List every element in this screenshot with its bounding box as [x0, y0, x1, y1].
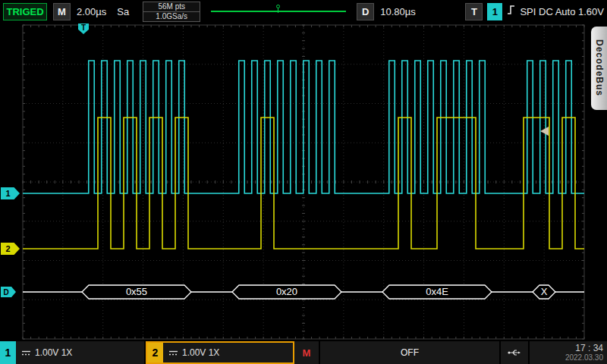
oscilloscope-screen: TRIGED M 2.00µs Sa 56M pts 1.0GSa/s D 10…	[0, 0, 607, 364]
channel1-scale: 1.00V 1X	[35, 347, 72, 358]
dc-coupling-icon	[21, 350, 31, 356]
waveform-display: 0x550x200x4EX	[0, 23, 607, 341]
decode-bubble-label: 0x4E	[426, 286, 448, 297]
top-status-bar: TRIGED M 2.00µs Sa 56M pts 1.0GSa/s D 10…	[0, 0, 607, 23]
memory-position-bar[interactable]	[211, 11, 346, 12]
timebase-value: 2.00µs	[77, 6, 106, 17]
trigger-menu-button[interactable]: T	[465, 3, 483, 20]
decode-bus-tab-label: DecodeBus	[594, 39, 605, 96]
date-value: 2022.03.30	[565, 353, 603, 362]
acquire-mode-label: Sa	[117, 6, 129, 17]
delay-value: 10.80µs	[380, 6, 416, 17]
channel1-badge: 1	[0, 341, 16, 364]
ch1-clock-trace	[23, 61, 584, 193]
rising-edge-icon	[507, 4, 515, 19]
channel1-status[interactable]: 1 1.00V 1X	[0, 341, 146, 364]
math-channel-button[interactable]: M	[294, 341, 320, 364]
decode-bus-tab[interactable]: DecodeBus	[591, 27, 607, 110]
channel2-badge: 2	[147, 343, 163, 362]
horizontal-menu-button[interactable]: M	[53, 3, 71, 20]
usb-icon	[501, 341, 530, 364]
memory-depth: 56M pts	[143, 2, 200, 12]
trigger-position-pin	[276, 5, 280, 8]
channel2-scale: 1.00V 1X	[182, 347, 219, 358]
decode-bubble-label: X	[541, 286, 548, 297]
trigger-info: SPI DC Auto 1.60V	[520, 6, 604, 17]
channel2-status-selected[interactable]: 2 1.00V 1X	[146, 341, 294, 364]
decode-bubble-label: 0x20	[276, 286, 297, 297]
bottom-status-bar: 1 1.00V 1X 2 1.00V 1X M OFF 17 : 34	[0, 341, 607, 364]
status-field: OFF	[320, 341, 501, 364]
time-value: 17 : 34	[575, 344, 603, 353]
sample-rate: 1.0GSa/s	[143, 12, 200, 21]
dc-coupling-icon	[168, 350, 178, 356]
trigger-source-badge: 1	[487, 3, 502, 20]
decode-bubble-label: 0x55	[126, 286, 147, 297]
trigger-readout: T 1 SPI DC Auto 1.60V	[465, 2, 604, 20]
clock-display: 17 : 34 2022.03.30	[530, 341, 607, 364]
math-label: M	[303, 347, 311, 359]
trigger-status-badge: TRIGED	[3, 3, 47, 20]
delay-button[interactable]: D	[357, 3, 374, 20]
memory-info-box: 56M pts 1.0GSa/s	[143, 2, 200, 22]
trigger-level-arrow[interactable]	[540, 127, 549, 136]
